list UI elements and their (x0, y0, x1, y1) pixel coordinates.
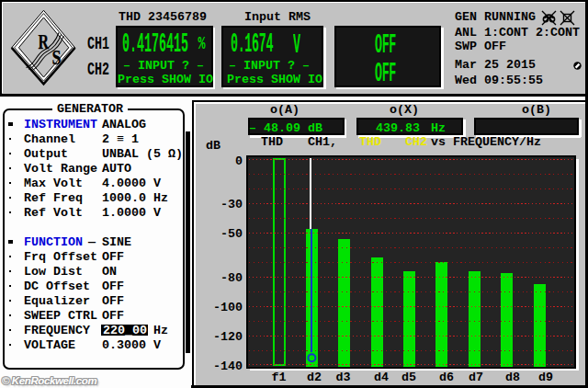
svg-text:S: S (52, 46, 62, 69)
svg-text:R: R (39, 29, 50, 53)
